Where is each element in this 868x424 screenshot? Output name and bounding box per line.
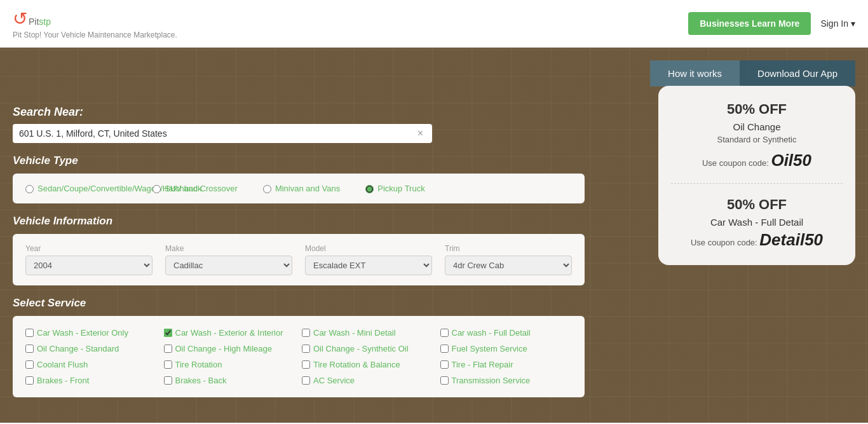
service-checkbox-4[interactable] [25,345,34,353]
vehicle-info-card: Year 2004 Make Cadillac Model Escalade E… [13,234,585,285]
logo-stp-text: stp [39,17,51,27]
year-label: Year [25,244,153,253]
model-select[interactable]: Escalade EXT [305,256,432,275]
trim-label: Trim [445,244,572,253]
vehicle-type-sedan[interactable]: Sedan/Coupe/Convertible/Wagon/Hatchback [25,184,127,193]
service-item-0[interactable]: Car Wash - Exterior Only [25,326,158,339]
search-clear-button[interactable]: × [415,128,426,139]
sign-in-button[interactable]: Sign In ▾ [820,18,855,29]
logo-pit-text: Pit [29,17,39,27]
service-checkbox-13[interactable] [164,376,172,385]
coupon-1-code-row: Use coupon code: Oil50 [671,151,843,170]
service-checkbox-0[interactable] [25,329,34,337]
coupon-2: 50% OFF Car Wash - Full Detail Use coupo… [671,196,843,250]
services-grid: Car Wash - Exterior OnlyCar Wash - Exter… [25,326,572,387]
service-item-12[interactable]: Brakes - Front [25,374,158,387]
service-item-3[interactable]: Car wash - Full Detail [440,326,573,339]
service-item-13[interactable]: Brakes - Back [164,374,296,387]
make-group: Make Cadillac [165,244,292,275]
vehicle-type-minivan-radio[interactable] [263,185,271,193]
vehicle-type-suv-radio[interactable] [153,185,161,193]
coupon-1-off: 50% OFF [671,101,843,118]
vehicle-type-minivan[interactable]: Minivan and Vans [263,184,340,193]
search-input[interactable] [19,128,415,139]
select-service-label: Select Service [13,297,855,310]
vehicle-type-pickup[interactable]: Pickup Truck [365,184,424,193]
service-item-10[interactable]: Tire Rotation & Balance [302,358,434,371]
how-it-works-button[interactable]: How it works [650,60,740,86]
service-item-14[interactable]: AC Service [302,374,434,387]
service-checkbox-1[interactable] [164,329,172,337]
coupon-1-service: Oil Change [671,121,843,132]
service-item-6[interactable]: Oil Change - Synthetic Oil [302,342,434,355]
logo-tagline: Pit Stop! Your Vehicle Maintenance Marke… [13,31,177,39]
service-item-2[interactable]: Car Wash - Mini Detail [302,326,434,339]
coupon-2-off: 50% OFF [671,196,843,213]
year-select[interactable]: 2004 [25,256,153,275]
vehicle-info-row: Year 2004 Make Cadillac Model Escalade E… [25,244,572,275]
hero-nav: How it works Download Our App [13,60,855,86]
trim-group: Trim 4dr Crew Cab [445,244,572,275]
service-checkbox-8[interactable] [25,360,34,369]
service-checkbox-14[interactable] [302,376,310,385]
service-item-15[interactable]: Transmission Service [440,374,573,387]
logo: ↺Pitstp [13,8,177,29]
coupon-2-code: Detail50 [759,230,823,249]
service-checkbox-11[interactable] [440,360,449,369]
services-card: Car Wash - Exterior OnlyCar Wash - Exter… [13,316,585,397]
trim-select[interactable]: 4dr Crew Cab [445,256,572,275]
service-item-9[interactable]: Tire Rotation [164,358,296,371]
vehicle-type-card: Sedan/Coupe/Convertible/Wagon/Hatchback … [13,174,585,203]
service-item-5[interactable]: Oil Change - High Mileage [164,342,296,355]
service-checkbox-9[interactable] [164,360,172,369]
service-checkbox-7[interactable] [440,345,449,353]
service-item-8[interactable]: Coolant Flush [25,358,158,371]
service-checkbox-15[interactable] [440,376,449,385]
service-checkbox-2[interactable] [302,329,310,337]
vehicle-type-sedan-radio[interactable] [25,185,34,193]
coupon-2-code-row: Use coupon code: Detail50 [671,230,843,250]
coupon-1: 50% OFF Oil Change Standard or Synthetic… [671,101,843,184]
coupon-1-code: Oil50 [771,151,811,170]
vehicle-type-suv[interactable]: SUV and Crossover [153,184,238,193]
make-label: Make [165,244,292,253]
make-select[interactable]: Cadillac [165,256,292,275]
model-group: Model Escalade EXT [305,244,432,275]
coupon-panel: 50% OFF Oil Change Standard or Synthetic… [658,86,855,265]
logo-area: ↺Pitstp Pit Stop! Your Vehicle Maintenan… [13,8,177,39]
search-row: × [13,124,432,143]
model-label: Model [305,244,432,253]
service-checkbox-5[interactable] [164,345,172,353]
vehicle-types-group: Sedan/Coupe/Convertible/Wagon/Hatchback … [25,184,572,193]
service-item-1[interactable]: Car Wash - Exterior & Interior [164,326,296,339]
service-item-11[interactable]: Tire - Flat Repair [440,358,573,371]
service-item-7[interactable]: Fuel System Service [440,342,573,355]
service-item-4[interactable]: Oil Change - Standard [25,342,158,355]
service-checkbox-10[interactable] [302,360,310,369]
logo-icon: ↺ [13,9,27,29]
year-group: Year 2004 [25,244,153,275]
header-right: Businesses Learn More Sign In ▾ [688,12,855,35]
hero-section: 50% OFF Oil Change Standard or Synthetic… [0,48,868,423]
download-app-button[interactable]: Download Our App [740,60,855,86]
coupon-1-sub: Standard or Synthetic [671,135,843,144]
service-checkbox-12[interactable] [25,376,34,385]
service-checkbox-6[interactable] [302,345,310,353]
service-checkbox-3[interactable] [440,329,449,337]
coupon-2-service: Car Wash - Full Detail [671,217,843,228]
header: ↺Pitstp Pit Stop! Your Vehicle Maintenan… [0,0,868,48]
businesses-learn-more-button[interactable]: Businesses Learn More [688,12,811,35]
vehicle-type-pickup-radio[interactable] [365,185,374,193]
